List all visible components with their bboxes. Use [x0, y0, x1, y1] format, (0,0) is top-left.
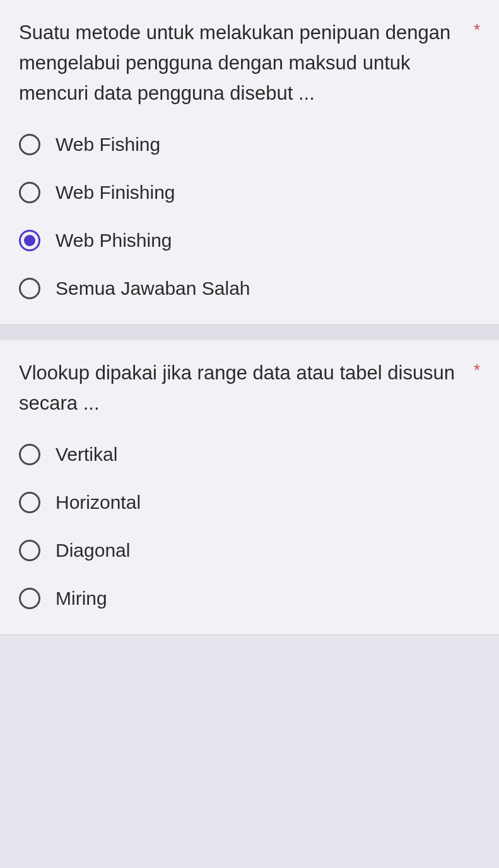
radio-option-miring[interactable]: Miring: [19, 588, 480, 609]
question-card-1: Suatu metode untuk melakukan penipuan de…: [0, 0, 499, 325]
radio-icon-selected: [19, 230, 40, 251]
options-list: Vertikal Horizontal Diagonal Miring: [19, 444, 480, 609]
option-label: Web Finishing: [56, 182, 175, 203]
radio-option-web-phishing[interactable]: Web Phishing: [19, 230, 480, 251]
option-label: Vertikal: [56, 444, 117, 465]
radio-icon: [19, 278, 40, 299]
question-card-2: Vlookup dipakai jika range data atau tab…: [0, 340, 499, 635]
radio-icon: [19, 182, 40, 203]
option-label: Web Phishing: [56, 230, 172, 251]
radio-option-vertikal[interactable]: Vertikal: [19, 444, 480, 465]
radio-icon: [19, 444, 40, 465]
card-divider: [0, 325, 499, 340]
option-label: Horizontal: [56, 492, 141, 513]
required-star-icon: *: [474, 360, 480, 380]
question-text: Vlookup dipakai jika range data atau tab…: [19, 358, 474, 419]
radio-option-horizontal[interactable]: Horizontal: [19, 492, 480, 513]
radio-icon: [19, 588, 40, 609]
required-star-icon: *: [474, 20, 480, 40]
option-label: Diagonal: [56, 540, 130, 561]
option-label: Semua Jawaban Salah: [56, 278, 250, 299]
radio-option-web-fishing[interactable]: Web Fishing: [19, 134, 480, 155]
radio-icon: [19, 134, 40, 155]
radio-option-semua-salah[interactable]: Semua Jawaban Salah: [19, 278, 480, 299]
radio-option-web-finishing[interactable]: Web Finishing: [19, 182, 480, 203]
question-header: Suatu metode untuk melakukan penipuan de…: [19, 18, 480, 109]
question-text: Suatu metode untuk melakukan penipuan de…: [19, 18, 474, 109]
option-label: Miring: [56, 588, 107, 609]
question-header: Vlookup dipakai jika range data atau tab…: [19, 358, 480, 419]
radio-icon: [19, 540, 40, 561]
radio-icon: [19, 492, 40, 513]
options-list: Web Fishing Web Finishing Web Phishing S…: [19, 134, 480, 299]
option-label: Web Fishing: [56, 134, 160, 155]
radio-option-diagonal[interactable]: Diagonal: [19, 540, 480, 561]
